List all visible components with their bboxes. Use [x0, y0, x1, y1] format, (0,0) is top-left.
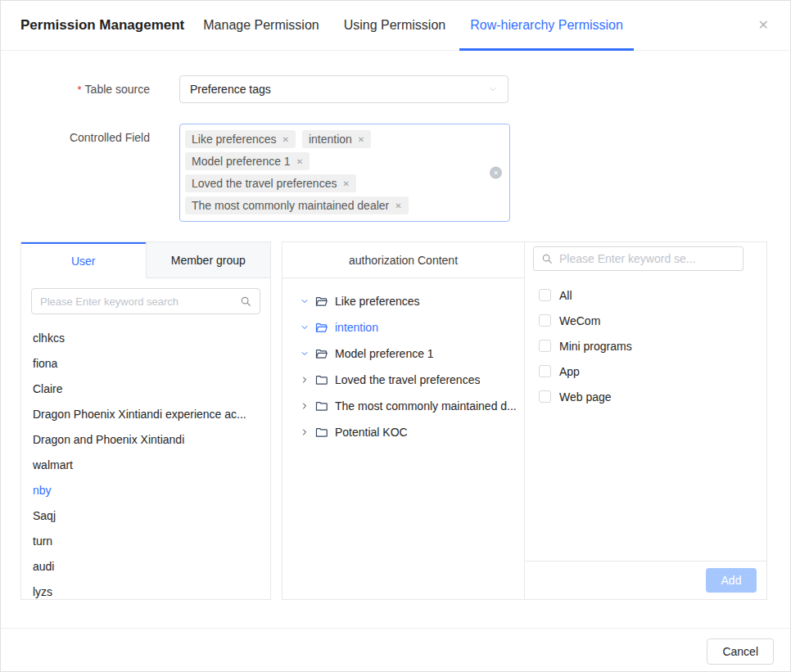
folder-open-icon [314, 321, 328, 335]
tree-item[interactable]: Potential KOC [289, 419, 518, 445]
checkbox-row[interactable]: Web page [539, 384, 753, 409]
checkbox-row[interactable]: WeCom [539, 308, 753, 333]
authorization-content-panel: authorization Content Like preferences i [282, 241, 525, 600]
tag-remove-icon[interactable]: ✕ [296, 157, 303, 166]
folder-icon [314, 399, 328, 413]
user-search-box [31, 288, 260, 314]
tab-user[interactable]: User [21, 242, 146, 278]
tag-remove-icon[interactable]: ✕ [342, 179, 349, 188]
cancel-button[interactable]: Cancel [707, 638, 774, 665]
field-tag: The most commonly maintained dealer ✕ [185, 196, 409, 214]
channel-options: All WeCom Mini programs App Web page [525, 277, 766, 561]
user-item[interactable]: fiona [33, 351, 259, 377]
tree-item-selected[interactable]: intention [289, 314, 518, 341]
user-item-selected[interactable]: nby [33, 478, 259, 503]
user-list: clhkcs fiona Claire Dragon Phoenix Xinti… [21, 324, 270, 599]
add-button[interactable]: Add [706, 568, 757, 593]
channel-panel-footer: Add [525, 561, 766, 599]
search-icon [541, 253, 553, 264]
content-tree: Like preferences intention Model prefe [282, 278, 524, 455]
controlled-field-label: Controlled Field [20, 124, 150, 151]
required-asterisk: * [78, 83, 82, 96]
user-item[interactable]: Saqj [33, 503, 259, 529]
table-source-label-text: Table source [85, 83, 150, 96]
dialog-title: Permission Management [20, 1, 184, 50]
folder-icon [314, 426, 328, 440]
folder-icon [314, 373, 328, 387]
checkbox-row[interactable]: App [539, 359, 753, 384]
tab-row-hierarchy-permission[interactable]: Row-hierarchy Permission [458, 1, 635, 50]
controlled-field-row: Controlled Field Like preferences ✕ inte… [1, 124, 790, 222]
user-panel: User Member group clhkcs fiona Claire Dr… [20, 241, 271, 600]
table-source-row: *Table source Preference tags [1, 75, 790, 104]
user-item[interactable]: turn [33, 529, 259, 554]
user-item[interactable]: Dragon Phoenix Xintiandi experience ac..… [33, 402, 259, 427]
channel-search-box [533, 246, 744, 271]
user-item[interactable]: Dragon and Phoenix Xintiandi [33, 427, 259, 453]
user-item[interactable]: walmart [33, 453, 259, 478]
channel-search-input[interactable] [559, 252, 735, 265]
selection-panels: User Member group clhkcs fiona Claire Dr… [1, 241, 790, 600]
checkbox-icon[interactable] [539, 340, 551, 352]
tree-item[interactable]: Like preferences [289, 288, 518, 314]
dialog-footer: Cancel [1, 628, 790, 672]
user-item[interactable]: lyzs [33, 580, 259, 599]
search-icon [240, 295, 251, 307]
caret-right-icon[interactable] [297, 401, 312, 411]
checkbox-icon[interactable] [539, 365, 551, 377]
caret-down-icon[interactable] [297, 349, 312, 359]
checkbox-row[interactable]: Mini programs [539, 333, 753, 359]
user-search-input[interactable] [40, 295, 240, 308]
tree-item[interactable]: Loved the travel preferences [289, 367, 518, 393]
field-tag: Model preference 1 ✕ [185, 152, 310, 170]
tag-remove-icon[interactable]: ✕ [358, 135, 364, 144]
user-panel-tabs: User Member group [21, 242, 270, 278]
checkbox-icon[interactable] [539, 314, 551, 327]
field-tag: Loved the travel preferences ✕ [185, 174, 356, 192]
close-icon[interactable]: ✕ [758, 17, 769, 33]
caret-right-icon[interactable] [297, 375, 312, 385]
tag-remove-icon[interactable]: ✕ [395, 201, 401, 210]
user-item[interactable]: Claire [33, 377, 259, 402]
authorization-content-header: authorization Content [282, 242, 524, 278]
field-tag: intention ✕ [302, 130, 371, 148]
tab-manage-permission[interactable]: Manage Permission [191, 1, 331, 50]
checkbox-icon[interactable] [539, 289, 551, 301]
tab-using-permission[interactable]: Using Permission [332, 1, 458, 50]
table-source-label: *Table source [20, 75, 150, 104]
chevron-down-icon [488, 84, 498, 94]
checkbox-row[interactable]: All [539, 282, 753, 308]
caret-right-icon[interactable] [297, 427, 312, 437]
tree-item[interactable]: The most commonly maintained d... [289, 393, 518, 419]
checkbox-icon[interactable] [539, 390, 551, 403]
controlled-field-multiselect[interactable]: Like preferences ✕ intention ✕ Model pre… [179, 124, 510, 222]
caret-down-icon[interactable] [297, 322, 312, 332]
form-area: *Table source Preference tags Controlled… [1, 51, 790, 222]
channel-panel: All WeCom Mini programs App Web page Add [524, 241, 767, 600]
tag-remove-icon[interactable]: ✕ [282, 135, 289, 144]
dialog-header: Permission Management Manage Permission … [1, 1, 790, 51]
field-tag: Like preferences ✕ [185, 130, 296, 148]
tree-item[interactable]: Model preference 1 [289, 341, 518, 367]
folder-open-icon [314, 295, 328, 309]
clear-all-icon[interactable]: ✕ [490, 167, 502, 179]
user-item[interactable]: audi [33, 554, 259, 580]
folder-open-icon [314, 347, 328, 361]
table-source-value: Preference tags [190, 83, 271, 96]
tab-member-group[interactable]: Member group [146, 242, 271, 278]
user-item[interactable]: clhkcs [33, 326, 259, 351]
table-source-select[interactable]: Preference tags [179, 75, 508, 103]
caret-down-icon[interactable] [297, 296, 312, 306]
